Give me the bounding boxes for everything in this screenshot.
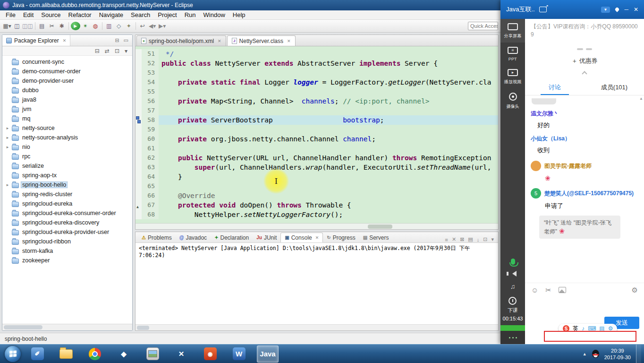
- expand-arrow-icon[interactable]: ▸: [5, 182, 10, 187]
- code-line-64[interactable]: 64 }: [136, 172, 498, 182]
- tray-expand-icon[interactable]: ▲: [583, 352, 587, 356]
- new-package-icon[interactable]: ▥: [104, 21, 114, 31]
- eclipse-title-bar[interactable]: Java - com.alibaba.dubbo.remoting.transp…: [0, 0, 500, 10]
- pin-console-icon[interactable]: ⊡: [483, 236, 487, 242]
- remove-launch-icon[interactable]: ✕: [452, 236, 456, 242]
- run-icon[interactable]: ▶: [71, 22, 80, 30]
- microphone-icon[interactable]: [511, 259, 515, 265]
- sidebar-play-video[interactable]: ▸播放视频: [500, 65, 525, 88]
- avatar[interactable]: [531, 161, 541, 171]
- taskbar-chrome[interactable]: [84, 346, 106, 363]
- pin-icon[interactable]: [615, 7, 620, 12]
- project-netty-source[interactable]: ▸netty-source: [2, 123, 132, 133]
- chat-username[interactable]: 温文尔雅丶: [531, 110, 638, 118]
- expand-arrow-icon[interactable]: ▸: [5, 135, 10, 140]
- editor-tab[interactable]: JNettyServer.class✕: [227, 35, 296, 46]
- taskbar-word[interactable]: W: [228, 346, 250, 363]
- menu-project[interactable]: Project: [154, 11, 180, 19]
- image-icon[interactable]: [559, 287, 566, 293]
- code-line-66[interactable]: 66 @Override: [136, 191, 498, 200]
- debug-icon[interactable]: ✴: [81, 21, 90, 31]
- console-tab-javadoc[interactable]: @Javadoc: [176, 233, 211, 242]
- menu-file[interactable]: File: [2, 11, 19, 19]
- maximize-view-icon[interactable]: ▭: [124, 37, 128, 43]
- music-icon[interactable]: ♫: [510, 283, 516, 290]
- console-tab-progress[interactable]: ↻Progress: [323, 233, 359, 242]
- project-netty-source-analysis[interactable]: ▸netty-source-analysis: [2, 133, 132, 142]
- menu-run[interactable]: Run: [181, 11, 200, 19]
- console-menu-icon[interactable]: ▾: [491, 236, 494, 242]
- save-all-icon[interactable]: ◫◫: [22, 21, 33, 31]
- start-button[interactable]: [5, 346, 21, 362]
- project-rpc[interactable]: rpc: [2, 152, 132, 161]
- coupon-button[interactable]: ＋ 优惠券: [525, 57, 644, 65]
- code-line-56[interactable]: 56 private Map<String, Channel> channels…: [136, 96, 498, 106]
- chat-title-bar[interactable]: Java互联.. ▼ ─ ✕: [500, 0, 644, 19]
- minimize-view-icon[interactable]: ⊟: [115, 37, 119, 43]
- open-type-icon[interactable]: ◇: [114, 21, 124, 31]
- print-icon[interactable]: ▤: [37, 21, 47, 31]
- project-springcloud-eureka-consumer-order[interactable]: springcloud-eureka-consumer-order: [2, 208, 132, 218]
- console-tab-problems[interactable]: ⚠Problems: [138, 233, 176, 242]
- gear-icon[interactable]: ⚙: [632, 286, 638, 294]
- code-line-57[interactable]: 57: [136, 106, 498, 115]
- project-springcloud-eureka-discovery[interactable]: springcloud-eureka-discovery: [2, 218, 132, 227]
- code-line-54[interactable]: 54 private static final Logger logger = …: [136, 78, 498, 87]
- remove-all-launches-icon[interactable]: ⊠: [460, 236, 464, 242]
- avatar[interactable]: 5: [531, 188, 541, 199]
- code-line-62[interactable]: 62 public NettyServer(URL url, ChannelHa…: [136, 153, 498, 163]
- editor-tab[interactable]: xspring-boot-hello/pom.xml✕: [136, 35, 226, 46]
- focus-icon[interactable]: ⊡: [115, 48, 119, 54]
- scroll-up-icon[interactable]: ▲: [639, 96, 643, 101]
- code-line-63[interactable]: 63 super(url, ChannelHandlers.wrap(handl…: [136, 163, 498, 172]
- menu-refactor[interactable]: Refactor: [65, 11, 95, 19]
- view-menu-icon[interactable]: ▾: [125, 48, 127, 54]
- new-wizard-icon[interactable]: ▦▾: [2, 21, 12, 31]
- code-editor[interactable]: 51 */52public class NettyServer extends …: [135, 46, 499, 230]
- console-hscrollbar[interactable]: [136, 324, 498, 330]
- console-tab-junit[interactable]: JuJUnit: [253, 233, 280, 242]
- show-desktop-button[interactable]: [636, 345, 641, 363]
- code-line-51[interactable]: 51 */: [136, 49, 498, 59]
- code-line-61[interactable]: 61: [136, 144, 498, 153]
- project-concurrent-sync[interactable]: concurrent-sync: [2, 57, 132, 67]
- editor-hscrollbar[interactable]: [136, 223, 498, 229]
- taskbar-red-x-app[interactable]: ✕: [170, 346, 192, 363]
- project-serialize[interactable]: serialize: [2, 161, 132, 171]
- project-mq[interactable]: mq: [2, 114, 132, 123]
- project-spring-aop-tx[interactable]: spring-aop-tx: [2, 171, 132, 180]
- link-with-editor-icon[interactable]: ⇄: [105, 48, 110, 54]
- scrollbar-thumb[interactable]: [4, 325, 42, 329]
- qq-icon[interactable]: [592, 350, 599, 358]
- code-line-59[interactable]: 59: [136, 125, 498, 134]
- chevron-down-icon[interactable]: ▼: [601, 7, 610, 13]
- clear-console-icon[interactable]: ▤: [468, 236, 473, 242]
- code-line-53[interactable]: 53: [136, 68, 498, 78]
- minimize-icon[interactable]: ─: [624, 6, 628, 13]
- terminate-icon[interactable]: ■: [445, 237, 448, 242]
- menu-source[interactable]: Source: [37, 11, 64, 19]
- code-line-52[interactable]: 52public class NettyServer extends Abstr…: [136, 59, 498, 68]
- quick-access-box[interactable]: Quick Access: [468, 22, 498, 30]
- chat-username[interactable]: 楚楚笑人(@SELF-1506775079475): [544, 190, 634, 198]
- taskbar-blue-app[interactable]: ✐: [26, 346, 48, 363]
- expand-arrow-icon[interactable]: ▸: [5, 126, 10, 130]
- project-spring-redis-cluster[interactable]: spring-redis-cluster: [2, 190, 132, 199]
- console-tab-declaration[interactable]: ✦Declaration: [211, 233, 253, 242]
- coverage-icon[interactable]: ◍: [91, 21, 100, 31]
- taskbar-java-ide[interactable]: Java: [257, 346, 279, 363]
- last-edit-icon[interactable]: ↩: [138, 21, 147, 31]
- code-line-68[interactable]: 68 NettyHelper.setNettyLoggerFactory();: [136, 210, 498, 219]
- save-icon[interactable]: ◫: [12, 21, 22, 31]
- console-output[interactable]: <terminated> NettyServer [Java Applicati…: [136, 243, 498, 324]
- scissors-icon[interactable]: ✂: [47, 21, 57, 31]
- close-icon[interactable]: ✕: [287, 39, 291, 43]
- project-springcloud-eureka-provider-user[interactable]: springcloud-eureka-provider-user: [2, 227, 132, 237]
- code-line-67[interactable]: ▲67 protected void doOpen() throws Throw…: [136, 200, 498, 210]
- emoji-icon[interactable]: ☺: [531, 286, 538, 294]
- close-icon[interactable]: ✕: [218, 39, 221, 43]
- sidebar-camera[interactable]: 摄像头: [500, 88, 525, 113]
- message-list[interactable]: ▲ 温文尔雅丶好的小仙女（Lisa）收到图灵学院-露露老师❀5楚楚笑人(@SEL…: [525, 95, 644, 283]
- code-line-55[interactable]: 55: [136, 87, 498, 96]
- project-zookeeper[interactable]: zookeeper: [2, 256, 132, 265]
